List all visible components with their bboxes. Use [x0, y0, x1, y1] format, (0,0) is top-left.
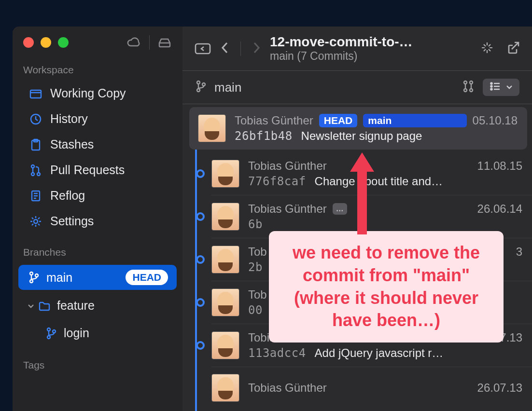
book-icon — [29, 190, 42, 202]
repo-title: 12-move-commit-to-… — [270, 34, 413, 50]
avatar — [211, 160, 239, 188]
svg-point-19 — [464, 81, 467, 84]
nav-forward-button[interactable] — [252, 41, 261, 56]
avatar — [211, 374, 239, 402]
compare-icon[interactable] — [462, 80, 475, 95]
avatar — [211, 203, 239, 231]
app-window: Workspace Working Copy History Stashes P… — [13, 27, 532, 411]
svg-point-9 — [30, 272, 33, 275]
sidebar-item-reflog[interactable]: Reflog — [13, 183, 182, 208]
svg-rect-0 — [30, 90, 41, 98]
branch-item-main[interactable]: main HEAD — [18, 265, 177, 290]
commit-date: 26.06.14 — [477, 202, 522, 216]
branch-folder-feature[interactable]: feature — [18, 294, 177, 317]
commit-row[interactable]: Tobias Günther 26.07.13 — [211, 367, 532, 409]
head-badge: HEAD — [126, 270, 168, 285]
commit-row[interactable]: Tobias Günthe 26.07.13 113adcc4 Add jQue… — [211, 324, 532, 367]
branch-item-login[interactable]: login — [18, 321, 177, 345]
chevron-down-icon — [506, 83, 513, 92]
close-window-button[interactable] — [23, 37, 34, 48]
maximize-window-button[interactable] — [58, 37, 69, 48]
graph-node — [196, 169, 205, 178]
branch-bar: main — [182, 71, 532, 104]
svg-point-21 — [464, 89, 467, 92]
drive-icon[interactable] — [157, 37, 172, 48]
svg-point-13 — [47, 336, 50, 339]
svg-point-4 — [31, 165, 34, 168]
list-icon — [490, 82, 501, 93]
commit-date: 3 — [516, 245, 522, 259]
folder-icon — [29, 88, 42, 99]
sidebar-item-working-copy[interactable]: Working Copy — [13, 81, 182, 106]
commit-hash: 26bf1b48 — [235, 129, 293, 143]
commit-hash: 113adcc4 — [248, 346, 306, 360]
sidebar: Workspace Working Copy History Stashes P… — [13, 27, 182, 411]
commit-row[interactable]: Tobias Günther HEAD main 05.10.18 26bf1b… — [189, 107, 527, 150]
clock-icon — [29, 113, 42, 125]
commit-date: 26.07.13 — [477, 331, 522, 344]
svg-point-20 — [470, 81, 473, 84]
minimize-window-button[interactable] — [41, 37, 51, 48]
svg-rect-15 — [196, 44, 210, 54]
branch-label: login — [64, 326, 89, 340]
workspace-section-label: Workspace — [13, 60, 182, 81]
commit-hash: 6b — [248, 218, 263, 231]
back-to-repo-icon[interactable] — [194, 41, 211, 56]
sidebar-item-stashes[interactable]: Stashes — [13, 132, 182, 157]
head-badge: HEAD — [319, 114, 358, 127]
avatar — [211, 246, 239, 274]
repo-subtitle: main (7 Commits) — [270, 50, 413, 63]
sidebar-item-label: History — [50, 112, 88, 126]
graph-node — [196, 212, 205, 221]
svg-point-5 — [31, 173, 34, 176]
commit-message: Newsletter signup page — [301, 129, 422, 143]
commit-row[interactable]: Tobias Günther … 26.06.14 6b — [211, 195, 532, 238]
svg-point-16 — [197, 81, 200, 84]
gear-icon — [29, 215, 42, 228]
commit-hash: 00 — [248, 303, 263, 317]
magic-icon[interactable] — [480, 41, 494, 57]
graph-node — [196, 341, 205, 350]
commit-date: 05.10.18 — [473, 114, 518, 127]
svg-point-18 — [202, 83, 205, 86]
svg-point-17 — [197, 89, 200, 92]
commit-author: Tobias Günther — [248, 381, 327, 395]
tag-badge: … — [333, 203, 347, 215]
svg-point-11 — [35, 274, 38, 277]
sidebar-item-label: Stashes — [50, 137, 94, 151]
commit-author: Tobias Günther — [248, 202, 327, 216]
sidebar-item-label: Working Copy — [50, 86, 126, 100]
sidebar-item-pull-requests[interactable]: Pull Requests — [13, 157, 182, 183]
commit-date: 11.08.15 — [477, 159, 522, 173]
commit-author: Tobias Günther — [248, 159, 327, 173]
view-mode-dropdown[interactable] — [483, 79, 519, 96]
graph-node — [196, 298, 205, 307]
commit-author: Tobias Günther — [235, 114, 313, 127]
pull-request-icon — [29, 164, 42, 177]
branch-icon — [195, 80, 207, 95]
traffic-lights — [23, 37, 69, 48]
external-icon[interactable] — [506, 41, 520, 57]
commit-message: Change about title and… — [315, 175, 443, 188]
repo-title-block: 12-move-commit-to-… main (7 Commits) — [270, 34, 413, 63]
sidebar-item-history[interactable]: History — [13, 106, 182, 132]
graph-node — [196, 255, 205, 264]
svg-point-6 — [37, 173, 40, 176]
avatar — [211, 331, 239, 359]
folder-icon — [38, 301, 51, 311]
cloud-icon[interactable] — [127, 37, 141, 48]
commit-author: Tob — [248, 245, 267, 259]
branch-label: main — [46, 271, 72, 285]
commit-row[interactable]: Tob 3 2b — [211, 238, 532, 281]
sidebar-item-label: Settings — [50, 214, 94, 228]
nav-back-button[interactable] — [220, 41, 230, 56]
branch-icon — [44, 327, 58, 340]
commit-row[interactable]: Tob 00 — [211, 281, 532, 324]
branches-section-label: Branches — [13, 243, 182, 263]
avatar — [211, 288, 239, 316]
current-branch-name[interactable]: main — [214, 80, 241, 95]
branch-folder-label: feature — [57, 299, 95, 313]
commit-row[interactable]: Tobias Günther 11.08.15 776f8caf Change … — [211, 152, 532, 195]
sidebar-item-settings[interactable]: Settings — [13, 208, 182, 234]
clipboard-icon — [29, 138, 42, 151]
